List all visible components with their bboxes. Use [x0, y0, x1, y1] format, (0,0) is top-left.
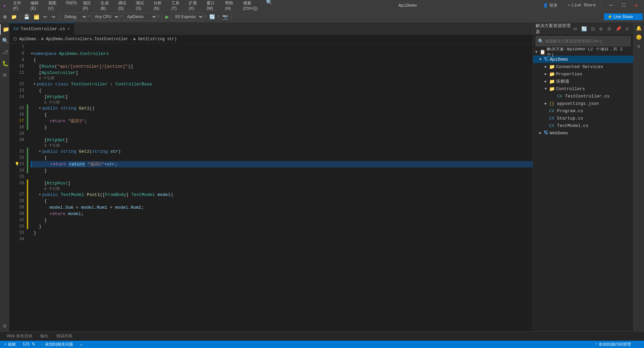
status-warnings[interactable]: ⚠ [78, 342, 84, 347]
activity-extensions[interactable]: ⊞ [0, 70, 9, 80]
code-line-27: ▼ public TestModel Post1([FromBody] Test… [31, 192, 533, 198]
tree-webdemo-project[interactable]: ▶ 🏗 WebDemo [533, 129, 633, 137]
save-all-button[interactable]: 🗂️ [32, 13, 41, 20]
menu-view[interactable]: 视图(V) [46, 0, 63, 12]
tree-appsettings[interactable]: ▶ {} appsettings.json [533, 100, 633, 107]
tree-connected-services[interactable]: ▶ 📁 Connected Services [533, 63, 633, 70]
status-ready[interactable]: ⚡ 就绪 [3, 342, 17, 347]
menu-help[interactable]: 帮助(H) [222, 0, 239, 12]
tree-testcontroller-cs[interactable]: ▶ C# TestController.cs [533, 92, 633, 100]
tree-program-cs[interactable]: ▶ C# Program.cs [533, 107, 633, 115]
testcontroller-cs-icon: C# [557, 94, 562, 99]
code-line-29: model.Sum = model.Num1 + model.Num2; [31, 204, 533, 211]
menu-file[interactable]: 文件(F) [10, 0, 27, 12]
se-sync-button[interactable]: ⇄ [572, 25, 579, 32]
menu-edit[interactable]: 编辑(E) [28, 0, 45, 12]
refresh-button[interactable]: 🔄 [208, 13, 217, 20]
close-button[interactable]: ✕ [631, 1, 641, 9]
screenshot-button[interactable]: 📷 [221, 13, 230, 20]
breadcrumb-part1[interactable]: ⬡ ApiDemo [13, 37, 36, 42]
menu-build[interactable]: 生成(B) [98, 0, 115, 12]
line-ref4 [12, 187, 24, 192]
se-collapse-button[interactable]: ⊟ [590, 25, 596, 32]
search-icon[interactable]: 🔍 [266, 0, 273, 12]
tab-close-button[interactable]: × [67, 26, 70, 32]
new-project-button[interactable]: ⊕ [1, 13, 9, 20]
se-filter-button[interactable]: ⊛ [598, 25, 604, 32]
se-search-box[interactable]: 🔍 [536, 36, 631, 46]
code-line-34 [31, 236, 533, 242]
se-settings-button[interactable]: ⚙ [606, 25, 613, 32]
status-ready-label: 就绪 [8, 342, 16, 347]
save-button[interactable]: 💾 [22, 13, 31, 20]
code-line-8: ▼ namespace ApiDemo.Controllers [31, 51, 533, 57]
fold-15[interactable]: ▼ [39, 105, 41, 112]
maximize-button[interactable]: □ [619, 2, 629, 9]
fold-12[interactable]: ▼ [34, 81, 36, 87]
bottom-tab-web-publish[interactable]: Web 发布活动 [3, 332, 36, 341]
code-editor[interactable]: 7 8 9 10 11 12 13 14 15 16 17 18 19 20 2… [9, 44, 533, 331]
code-content[interactable]: ▼ namespace ApiDemo.Controllers { [Route… [28, 44, 533, 331]
menu-git[interactable]: Git(G) [63, 0, 79, 12]
menu-tools[interactable]: 工具(T) [169, 0, 185, 12]
line-numbers: 7 8 9 10 11 12 13 14 15 16 17 18 19 20 2… [9, 44, 27, 331]
live-share-expand-icon: 👤 [634, 14, 639, 19]
tree-testmodel-cs[interactable]: ▶ C# TestModel.cs [533, 122, 633, 129]
bottom-tab-error-list[interactable]: 错误列表 [52, 332, 76, 341]
fold-21[interactable]: ▼ [39, 148, 41, 155]
rp-icon-1[interactable]: 🔔 [635, 24, 643, 32]
menu-project[interactable]: 项目(P) [80, 0, 97, 12]
project-select[interactable]: ApiDemo [123, 13, 157, 21]
status-zoom[interactable]: 121 % [21, 342, 36, 347]
open-button[interactable]: 📁 [9, 13, 18, 20]
breadcrumb-part2[interactable]: ⊕ ApiDemo.Controllers.TestController [41, 37, 128, 42]
login-button[interactable]: 👤 登录 [543, 3, 557, 8]
minimize-button[interactable]: — [606, 2, 616, 9]
breadcrumb-part3[interactable]: ◈ Get2(string str) [133, 37, 177, 42]
menu-extensions[interactable]: 扩展(X) [186, 0, 203, 12]
menu-window[interactable]: 窗口(W) [204, 0, 222, 12]
testcontroller-cs-label: TestController.cs [565, 94, 610, 99]
testmodel-cs-icon: C# [549, 123, 554, 128]
live-share-button[interactable]: ⚡ Live Share [568, 3, 596, 8]
fold-27[interactable]: ▼ [39, 192, 41, 198]
se-close-button[interactable]: ✕ [624, 25, 631, 32]
activity-explorer[interactable]: 📁 [0, 24, 9, 35]
activity-git[interactable]: ⎇ [0, 47, 9, 58]
breadcrumb: ⬡ ApiDemo › ⊕ ApiDemo.Controllers.TestCo… [9, 35, 533, 44]
status-user-icon[interactable]: 👤 [634, 342, 641, 347]
activity-settings[interactable]: ⚙ [0, 321, 9, 331]
platform-select[interactable]: Any CPU [91, 13, 119, 21]
menu-test[interactable]: 测试(S) [133, 0, 150, 12]
se-refresh-button[interactable]: 🔄 [580, 25, 588, 32]
se-tree: ▼ 📋 解决方案'ApiDemo'(2 个项目，共 2 个) ▼ 🏗 ApiDe… [533, 48, 633, 331]
redo-button[interactable]: ↪ [50, 13, 57, 20]
se-pin-button[interactable]: 📌 [614, 25, 623, 32]
tab-testcontroller[interactable]: C# TestController.cs × [9, 23, 74, 35]
run-target-select[interactable]: IIS Express [171, 13, 204, 21]
status-errors[interactable]: ✓ 未找到相关问题 [40, 342, 74, 347]
se-search-input[interactable] [545, 39, 628, 44]
live-share-toolbar-button[interactable]: ⚡ Live Share 👤 [604, 13, 643, 20]
tree-startup-cs[interactable]: ▶ C# Startup.cs [533, 115, 633, 122]
bottom-tab-output[interactable]: 输出 [36, 332, 52, 341]
rp-icon-3[interactable]: ⚙ [636, 42, 641, 51]
run-button[interactable]: ▶ [164, 13, 171, 20]
undo-button[interactable]: ↩ [42, 13, 49, 20]
menu-debug[interactable]: 调试(D) [115, 0, 132, 12]
status-errors-label: 未找到相关问题 [45, 342, 73, 347]
menu-analyze[interactable]: 分析(N) [151, 0, 168, 12]
tree-properties[interactable]: ▶ 📁 Properties [533, 70, 633, 78]
status-add-source-control[interactable]: ↑ 添加到源代码管理 [594, 342, 632, 347]
tree-dependencies[interactable]: ▶ 📁 依赖项 [533, 78, 633, 85]
menu-search[interactable]: 搜索(Ctrl+Q) [240, 0, 265, 12]
debug-config-select[interactable]: Debug Release [61, 13, 87, 21]
activity-debug[interactable]: 🐛 [0, 58, 9, 69]
tree-solution-root[interactable]: ▼ 📋 解决方案'ApiDemo'(2 个项目，共 2 个) [533, 48, 633, 56]
activity-search[interactable]: 🔍 [0, 36, 9, 46]
tree-controllers[interactable]: ▼ 📁 Controllers [533, 85, 633, 92]
rp-icon-2[interactable]: 😊 [635, 33, 643, 42]
window-title: ApiDemo [277, 3, 539, 8]
line-27: 27 [12, 192, 24, 198]
line-18: 18 [12, 124, 24, 131]
